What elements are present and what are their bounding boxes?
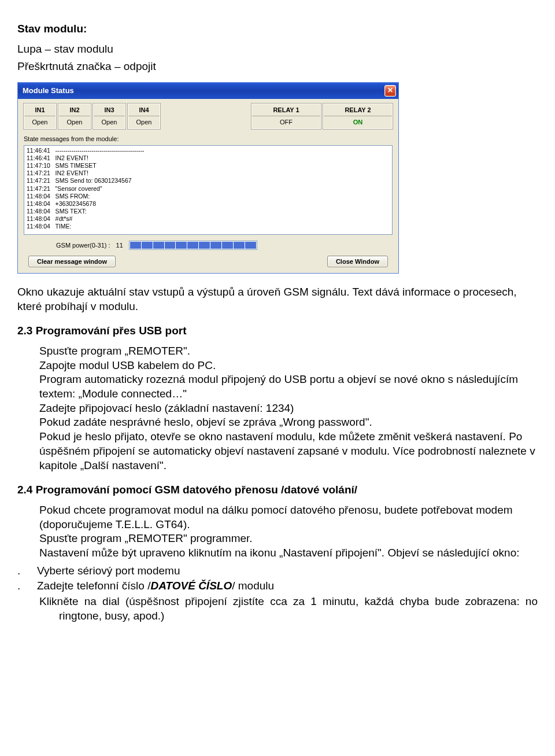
list-marker: . (17, 564, 20, 578)
state-messages-label: State messages from the module: (24, 135, 393, 143)
item2-post: / modulu (232, 580, 274, 592)
heading-usb: 2.3 Programování přes USB port (17, 324, 538, 338)
message-line: 11:48:04 +36302345678 (27, 200, 390, 208)
in4-label: IN4 (128, 104, 160, 116)
heading-stav: Stav modulu: (17, 22, 538, 36)
window-body: IN1 Open IN2 Open IN3 Open IN4 Open (18, 99, 398, 273)
message-list[interactable]: 11:46:41 -------------------------------… (24, 145, 393, 235)
io-row: IN1 Open IN2 Open IN3 Open IN4 Open (24, 104, 393, 129)
in3-cell: IN3 Open (93, 104, 125, 129)
gsm-segment (199, 242, 210, 249)
gsm-power-label: GSM power(0-31) : (56, 241, 110, 249)
intro-line-2: Přeškrtnutá značka – odpojit (17, 60, 538, 74)
gsm-segment (176, 242, 187, 249)
heading-gsm: 2.4 Programování pomocí GSM datového pře… (17, 483, 538, 497)
gsm-segment (187, 242, 198, 249)
message-line: 11:47:10 SMS TIMESET (27, 162, 390, 169)
in1-value: Open (24, 116, 56, 128)
module-status-window: Module Status ✕ IN1 Open IN2 Open IN3 Op… (17, 82, 399, 274)
relay2-value: ON (324, 116, 392, 128)
in1-label: IN1 (24, 104, 56, 116)
list-item-2: . Zadejte telefonní číslo /DATOVÉ ČÍSLO/… (17, 579, 538, 593)
gsm-segment (234, 242, 245, 249)
relay1-cell: RELAY 1 OFF (251, 104, 321, 129)
message-line: 11:47:21 SMS Send to: 06301234567 (27, 177, 390, 185)
in2-cell: IN2 Open (58, 104, 91, 129)
list-item-2-text: Zadejte telefonní číslo /DATOVÉ ČÍSLO/ m… (37, 579, 274, 593)
gsm-segment (130, 242, 141, 249)
message-line: 11:47:21 "Sensor covered" (27, 185, 390, 193)
titlebar[interactable]: Module Status ✕ (18, 83, 398, 99)
relay1-value: OFF (252, 116, 320, 128)
relays-group: RELAY 1 OFF RELAY 2 ON (251, 104, 393, 129)
window-title: Module Status (23, 86, 74, 96)
gsm-segment (210, 242, 221, 249)
gsm-power-value: 11 (116, 241, 123, 249)
gsm-segment (142, 242, 153, 249)
item2-bold: DATOVÉ ČÍSLO (150, 580, 232, 592)
intro-line-1: Lupa – stav modulu (17, 42, 538, 57)
gsm-power-bar (129, 241, 257, 250)
inputs-group: IN1 Open IN2 Open IN3 Open IN4 Open (24, 104, 160, 129)
in2-value: Open (59, 116, 90, 128)
message-line: 11:48:04 #dt*s# (27, 215, 390, 223)
gsm-power-row: GSM power(0-31) : 11 (56, 241, 393, 250)
list-marker: . (17, 579, 20, 593)
item2-pre: Zadejte telefonní číslo / (37, 580, 150, 592)
in4-value: Open (128, 116, 160, 128)
gsm-segment (153, 242, 164, 249)
gsm-segment (165, 242, 176, 249)
close-icon[interactable]: ✕ (384, 85, 396, 97)
in4-cell: IN4 Open (128, 104, 160, 129)
close-window-button[interactable]: Close Window (327, 256, 388, 267)
in1-cell: IN1 Open (24, 104, 56, 129)
after-window-para: Okno ukazuje aktuální stav vstupů a výst… (17, 285, 538, 314)
message-line: 11:48:04 TIME: (27, 223, 390, 230)
final-para: Klikněte na dial (úspěšnost připojení zj… (17, 595, 538, 623)
gsm-segment (245, 242, 256, 249)
message-line: 11:47:21 IN2 EVENT! (27, 169, 390, 177)
button-row: Clear message window Close Window (24, 256, 393, 267)
in3-label: IN3 (94, 104, 125, 116)
message-line: 11:46:41 IN2 EVENT! (27, 154, 390, 162)
gsm-segment (222, 242, 233, 249)
in2-label: IN2 (59, 104, 90, 116)
list-item-1: . Vyberte sériový port modemu (17, 564, 538, 578)
relay1-label: RELAY 1 (252, 104, 320, 116)
message-line: 11:48:04 SMS TEXT: (27, 208, 390, 215)
relay2-label: RELAY 2 (324, 104, 392, 116)
in3-value: Open (94, 116, 125, 128)
usb-para: Spusťte program „REMOTER". Zapojte modul… (17, 344, 538, 473)
clear-message-button[interactable]: Clear message window (28, 256, 116, 267)
message-line: 11:48:04 SMS FROM: (27, 193, 390, 200)
gsm-para: Pokud chcete programovat modul na dálku … (17, 503, 538, 560)
list-item-1-text: Vyberte sériový port modemu (37, 564, 180, 578)
message-line: 11:46:41 -------------------------------… (27, 147, 390, 154)
relay2-cell: RELAY 2 ON (323, 104, 393, 129)
